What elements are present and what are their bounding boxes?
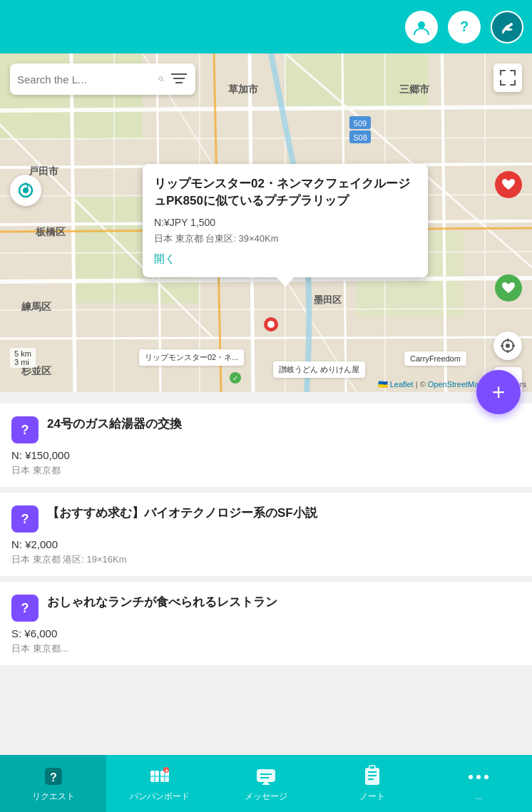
list-item-price-3: S: ¥6,000 — [11, 627, 521, 639]
nav-label-board: パンパンボード — [130, 791, 190, 803]
svg-text:S08: S08 — [353, 133, 367, 142]
svg-point-0 — [418, 21, 425, 29]
popup-title: リップモンスター02・ネンマクフェイクルージュPK850に似ているプチプラリップ — [154, 175, 416, 210]
svg-text:?: ? — [50, 771, 57, 783]
heart-icon-2 — [501, 282, 516, 294]
nav-item-request[interactable]: ? リクエスト — [0, 755, 106, 812]
popup-arrow — [277, 277, 294, 287]
search-bar[interactable] — [10, 63, 195, 95]
svg-rect-4 — [285, 53, 428, 111]
map-container[interactable]: 草加市 三郷市 戸田市 板橋区 練馬区 杉並区 墨田区 509 S08 ✓ — [0, 53, 532, 392]
svg-point-1 — [510, 23, 513, 26]
nav-item-message[interactable]: メッセージ — [213, 755, 319, 812]
map-scale: 5 km 3 mi — [10, 348, 36, 368]
nav-item-board[interactable]: ★ パンパンボード — [106, 755, 213, 812]
nav-item-more[interactable]: ... — [426, 755, 532, 812]
svg-rect-71 — [257, 769, 275, 782]
svg-point-82 — [484, 775, 488, 779]
svg-rect-79 — [369, 766, 375, 769]
fullscreen-button[interactable] — [493, 63, 522, 92]
svg-text:✓: ✓ — [232, 374, 238, 382]
message-icon — [255, 765, 277, 788]
lens-button[interactable] — [10, 175, 41, 206]
fullscreen-icon — [500, 70, 516, 86]
svg-point-80 — [469, 775, 473, 779]
list-item[interactable]: ? おしゃれなランチが食べられるレストラン S: ¥6,000 日本 東京都..… — [0, 582, 532, 671]
list-item-price-1: N: ¥150,000 — [11, 449, 521, 461]
svg-line-11 — [0, 337, 532, 339]
svg-text:★: ★ — [164, 769, 168, 773]
svg-point-54 — [506, 344, 510, 348]
nav-label-more: ... — [475, 791, 482, 801]
list-item-icon-1: ? — [11, 416, 39, 443]
list-item[interactable]: ? 【おすすめ求む】バイオテクノロジー系のSF小説 N: ¥2,000 日本 東… — [0, 493, 532, 582]
list-item-icon-3: ? — [11, 595, 39, 622]
heart-button-2[interactable] — [495, 274, 522, 302]
search-input[interactable] — [17, 73, 153, 86]
bottom-spacer — [0, 671, 532, 728]
profile-button[interactable] — [405, 11, 438, 43]
map-label-1: リップモンスター02・ネ... — [139, 349, 244, 366]
help-icon: ? — [460, 19, 469, 35]
nav-label-message: メッセージ — [245, 791, 287, 803]
popup-location: 日本 東京都 台東区: 39×40Km — [154, 232, 416, 245]
nav-label-note: ノート — [359, 791, 385, 803]
filter-icon — [171, 72, 187, 85]
list-item-price-2: N: ¥2,000 — [11, 538, 521, 550]
svg-text:509: 509 — [354, 119, 367, 128]
list-item[interactable]: ? 24号のガス給湯器の交換 N: ¥150,000 日本 東京都 — [0, 404, 532, 493]
map-popup: リップモンスター02・ネンマクフェイクルージュPK850に似ているプチプラリップ… — [143, 164, 428, 277]
request-icon: ? — [42, 765, 65, 788]
fab-button[interactable]: + — [476, 370, 521, 414]
list-item-location-3: 日本 東京都... — [11, 642, 521, 655]
leaflet-link[interactable]: Leaflet — [390, 380, 414, 389]
more-icon — [467, 766, 490, 788]
svg-text:戸田市: 戸田市 — [29, 165, 59, 177]
svg-text:板橋区: 板橋区 — [35, 226, 66, 237]
board-icon: ★ — [148, 765, 171, 788]
nav-label-request: リクエスト — [32, 791, 75, 803]
svg-point-46 — [159, 77, 163, 81]
osm-link[interactable]: OpenStreetMap — [428, 380, 484, 389]
svg-text:練馬区: 練馬区 — [21, 301, 51, 312]
popup-price: N:¥JPY 1,500 — [154, 217, 416, 228]
heart-icon-1 — [501, 178, 516, 191]
list-container: ? 24号のガス給湯器の交換 N: ¥150,000 日本 東京都 ? 【おすす… — [0, 392, 532, 728]
svg-point-43 — [267, 321, 275, 328]
nav-item-note[interactable]: ノート — [319, 755, 426, 812]
list-item-location-1: 日本 東京都 — [11, 464, 521, 477]
bottom-nav: ? リクエスト ★ パンパンボード — [0, 755, 532, 812]
location-icon — [500, 338, 516, 354]
map-label-2: 讃岐うどん めりけん屋 — [273, 361, 365, 378]
lens-icon — [16, 181, 35, 200]
svg-text:三郷市: 三郷市 — [399, 83, 430, 95]
map-label-8: CarryFreedom — [404, 351, 466, 366]
filter-button[interactable] — [170, 71, 188, 88]
list-item-title-2: 【おすすめ求む】バイオテクノロジー系のSF小説 — [47, 505, 521, 521]
popup-open-link[interactable]: 開く — [154, 252, 175, 264]
svg-text:墨田区: 墨田区 — [314, 294, 342, 305]
search-icon — [158, 72, 164, 86]
bird-button[interactable] — [491, 11, 523, 43]
svg-text:草加市: 草加市 — [228, 83, 259, 95]
note-icon — [361, 765, 384, 788]
heart-button-1[interactable] — [495, 171, 522, 198]
list-item-title-3: おしゃれなランチが食べられるレストラン — [47, 595, 521, 610]
location-button[interactable] — [493, 332, 522, 360]
list-item-title-1: 24号のガス給湯器の交換 — [47, 416, 521, 432]
fab-plus-icon: + — [492, 381, 506, 404]
svg-point-52 — [23, 187, 29, 193]
svg-point-81 — [476, 775, 481, 779]
list-item-icon-2: ? — [11, 505, 39, 533]
top-header: ? — [0, 0, 532, 53]
help-button[interactable]: ? — [448, 11, 481, 43]
svg-line-47 — [162, 80, 163, 81]
list-item-location-2: 日本 東京都 港区: 19×16Km — [11, 553, 521, 566]
